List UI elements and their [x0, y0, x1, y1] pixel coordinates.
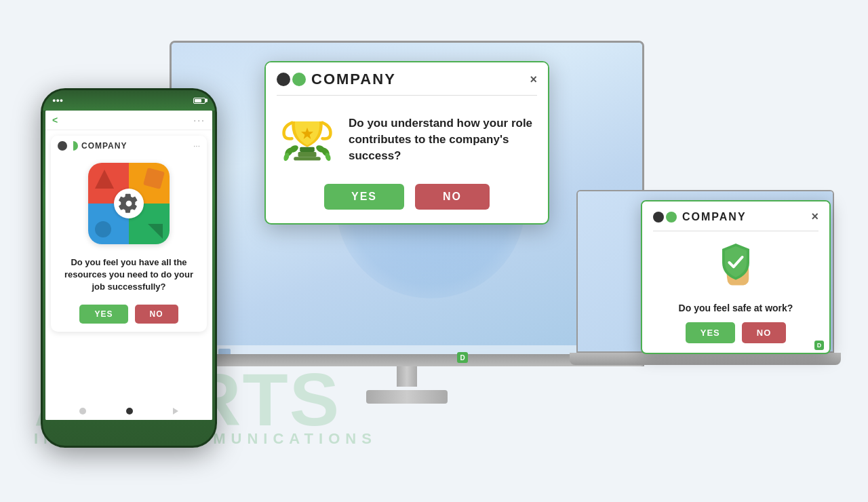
phone-card-header: COMPANY ···: [51, 136, 207, 156]
company-circle-dark-monitor: [277, 73, 290, 86]
company-circle-green-phone: [68, 141, 78, 151]
app-segment-orange-shape: [143, 168, 165, 189]
company-circle-dark-laptop: [653, 212, 664, 223]
scene: ALERTS INTERNAL COMMUNICATIONS: [0, 0, 868, 502]
svg-rect-9: [300, 147, 315, 152]
phone-signal-text: ●●●: [52, 97, 63, 104]
dialog-monitor-body: Do you understand how your role contribu…: [266, 96, 548, 184]
phone-nav-dot-1[interactable]: [79, 408, 86, 414]
phone-answer-buttons: YES NO: [51, 299, 207, 332]
dialog-monitor-header: COMPANY ×: [266, 62, 548, 95]
battery-icon: [193, 98, 205, 104]
phone-app-icon-container: [51, 156, 207, 251]
dialog-monitor: COMPANY ×: [264, 61, 549, 225]
dialog-laptop-header: COMPANY ×: [642, 201, 829, 231]
trophy-icon-container: [277, 109, 338, 170]
app-segment-red-shape: [95, 170, 114, 189]
dialog-laptop: COMPANY ×: [641, 200, 831, 354]
company-circle-green-laptop: [666, 212, 677, 223]
dialog-monitor-no-button[interactable]: NO: [415, 184, 490, 210]
company-circle-green-monitor: [292, 73, 306, 86]
safety-shield-icon-container: [709, 241, 763, 295]
phone-nav: < ···: [45, 111, 212, 130]
app-segment-green-shape: [148, 224, 163, 239]
phone-card-dots[interactable]: ···: [193, 141, 200, 151]
battery-tip: [205, 99, 208, 102]
phone-menu-dots[interactable]: ···: [193, 115, 205, 125]
phone-bottom-nav: [45, 402, 212, 420]
safety-shield-icon: [709, 241, 763, 295]
company-name-phone: COMPANY: [81, 141, 127, 151]
phone-card: COMPANY ···: [51, 136, 207, 332]
dialog-monitor-yes-button[interactable]: YES: [324, 184, 404, 210]
dialog-laptop-body: Do you feel safe at work?: [642, 231, 829, 322]
battery-fill: [195, 99, 201, 102]
dialog-laptop-question-text: Do you feel safe at work?: [679, 299, 793, 322]
gear-center: [114, 189, 144, 218]
company-icon-phone: [58, 141, 78, 151]
company-name-dialog-laptop: COMPANY: [682, 211, 747, 223]
dialog-monitor-buttons: YES NO: [266, 184, 548, 223]
phone-question-text: Do you feel you have all the resources y…: [51, 251, 207, 299]
dialog-monitor-question-text: Do you understand how your role contribu…: [349, 115, 537, 163]
dialog-laptop-logo: COMPANY: [653, 211, 747, 223]
dialog-monitor-close-button[interactable]: ×: [530, 73, 537, 87]
monitor-stand: [366, 366, 448, 407]
phone-device: ●●● < ···: [41, 88, 217, 448]
svg-rect-1: [294, 157, 321, 160]
phone-back-button[interactable]: <: [52, 115, 58, 125]
phone-status-bar: ●●●: [43, 90, 215, 111]
dialog-laptop-buttons: YES NO: [642, 322, 829, 353]
trophy-icon: [277, 109, 338, 170]
phone-nav-back-triangle[interactable]: [173, 408, 178, 414]
svg-rect-0: [298, 152, 317, 157]
app-icon: [88, 163, 170, 244]
phone-no-button[interactable]: NO: [135, 305, 178, 324]
gear-icon: [119, 193, 139, 214]
dialog-laptop-close-button[interactable]: ×: [811, 210, 818, 224]
company-name-dialog-monitor: COMPANY: [311, 71, 396, 88]
phone-status-right: [193, 98, 205, 104]
company-icon-dialog-laptop: [653, 212, 677, 223]
phone-yes-button[interactable]: YES: [79, 305, 127, 324]
company-icon-dialog-monitor: [277, 73, 306, 86]
dialog-laptop-yes-button[interactable]: YES: [686, 322, 735, 343]
monitor-neck: [397, 366, 417, 387]
phone-logo-area: COMPANY: [58, 141, 127, 151]
phone-nav-dot-2-active[interactable]: [126, 408, 133, 414]
dialog-laptop-no-button[interactable]: NO: [742, 322, 787, 343]
laptop-base: [570, 353, 841, 365]
phone-screen: < ··· COMPANY ···: [45, 111, 212, 420]
d-badge-laptop: D: [814, 341, 824, 350]
monitor-base: [366, 390, 448, 404]
dialog-monitor-logo: COMPANY: [277, 71, 396, 88]
company-circle-dark-phone: [58, 141, 67, 151]
d-badge-monitor: D: [457, 352, 468, 363]
app-segment-blue-shape: [95, 221, 111, 237]
